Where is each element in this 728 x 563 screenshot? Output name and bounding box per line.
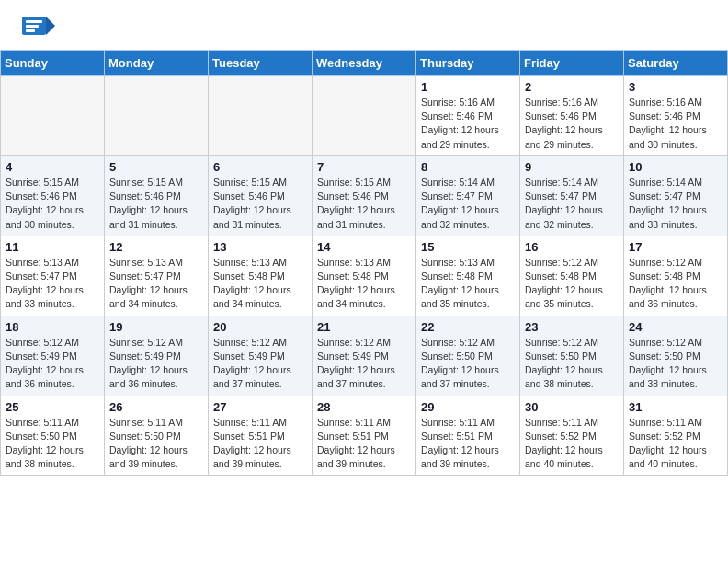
calendar-day-cell: 23Sunrise: 5:12 AM Sunset: 5:50 PM Dayli… <box>520 316 624 396</box>
calendar-day-cell: 10Sunrise: 5:14 AM Sunset: 5:47 PM Dayli… <box>624 155 728 236</box>
calendar-day-cell: 14Sunrise: 5:13 AM Sunset: 5:48 PM Dayli… <box>313 236 416 316</box>
calendar-day-cell <box>1 76 105 156</box>
day-number: 24 <box>629 320 722 334</box>
day-number: 20 <box>213 320 307 334</box>
day-info: Sunrise: 5:12 AM Sunset: 5:48 PM Dayligh… <box>525 256 619 312</box>
calendar-day-cell: 3Sunrise: 5:16 AM Sunset: 5:46 PM Daylig… <box>624 76 728 156</box>
day-info: Sunrise: 5:12 AM Sunset: 5:49 PM Dayligh… <box>213 336 307 392</box>
day-number: 17 <box>629 240 722 254</box>
calendar-week-row: 25Sunrise: 5:11 AM Sunset: 5:50 PM Dayli… <box>1 396 728 476</box>
calendar-day-cell: 12Sunrise: 5:13 AM Sunset: 5:47 PM Dayli… <box>105 236 209 316</box>
day-number: 30 <box>525 400 619 414</box>
day-number: 14 <box>317 240 411 254</box>
day-number: 9 <box>525 160 619 174</box>
day-number: 2 <box>525 80 619 94</box>
day-of-week-header: Sunday <box>1 51 105 76</box>
calendar-day-cell <box>209 76 313 156</box>
day-info: Sunrise: 5:12 AM Sunset: 5:50 PM Dayligh… <box>629 336 722 392</box>
day-of-week-header: Friday <box>520 51 624 76</box>
logo-icon <box>22 17 55 42</box>
calendar-day-cell: 15Sunrise: 5:13 AM Sunset: 5:48 PM Dayli… <box>416 236 520 316</box>
day-info: Sunrise: 5:13 AM Sunset: 5:48 PM Dayligh… <box>317 256 411 312</box>
calendar-day-cell: 7Sunrise: 5:15 AM Sunset: 5:46 PM Daylig… <box>313 155 416 236</box>
day-number: 6 <box>213 160 307 174</box>
day-info: Sunrise: 5:12 AM Sunset: 5:49 PM Dayligh… <box>6 336 99 392</box>
day-number: 4 <box>6 160 99 174</box>
day-number: 31 <box>629 400 722 414</box>
day-info: Sunrise: 5:11 AM Sunset: 5:52 PM Dayligh… <box>629 416 722 472</box>
calendar-day-cell: 25Sunrise: 5:11 AM Sunset: 5:50 PM Dayli… <box>1 396 105 476</box>
day-info: Sunrise: 5:12 AM Sunset: 5:49 PM Dayligh… <box>109 336 203 392</box>
calendar-day-cell: 31Sunrise: 5:11 AM Sunset: 5:52 PM Dayli… <box>624 396 728 476</box>
day-number: 28 <box>317 400 411 414</box>
day-info: Sunrise: 5:14 AM Sunset: 5:47 PM Dayligh… <box>629 176 722 232</box>
calendar-week-row: 1Sunrise: 5:16 AM Sunset: 5:46 PM Daylig… <box>1 76 728 156</box>
day-info: Sunrise: 5:13 AM Sunset: 5:48 PM Dayligh… <box>213 256 307 312</box>
day-info: Sunrise: 5:12 AM Sunset: 5:48 PM Dayligh… <box>629 256 722 312</box>
day-number: 8 <box>421 160 515 174</box>
day-number: 12 <box>109 240 203 254</box>
day-number: 10 <box>629 160 722 174</box>
day-number: 26 <box>109 400 203 414</box>
day-info: Sunrise: 5:11 AM Sunset: 5:50 PM Dayligh… <box>109 416 203 472</box>
logo <box>22 17 59 42</box>
day-info: Sunrise: 5:16 AM Sunset: 5:46 PM Dayligh… <box>629 96 722 152</box>
day-of-week-header: Saturday <box>624 51 728 76</box>
calendar-day-cell: 21Sunrise: 5:12 AM Sunset: 5:49 PM Dayli… <box>313 316 416 396</box>
calendar-day-cell: 19Sunrise: 5:12 AM Sunset: 5:49 PM Dayli… <box>105 316 209 396</box>
calendar-day-cell: 5Sunrise: 5:15 AM Sunset: 5:46 PM Daylig… <box>105 155 209 236</box>
day-info: Sunrise: 5:13 AM Sunset: 5:48 PM Dayligh… <box>421 256 515 312</box>
calendar-day-cell: 22Sunrise: 5:12 AM Sunset: 5:50 PM Dayli… <box>416 316 520 396</box>
day-number: 19 <box>109 320 203 334</box>
day-number: 15 <box>421 240 515 254</box>
day-number: 21 <box>317 320 411 334</box>
calendar-day-cell: 29Sunrise: 5:11 AM Sunset: 5:51 PM Dayli… <box>416 396 520 476</box>
calendar-day-cell: 16Sunrise: 5:12 AM Sunset: 5:48 PM Dayli… <box>520 236 624 316</box>
day-of-week-header: Tuesday <box>209 51 313 76</box>
day-number: 3 <box>629 80 722 94</box>
page-header <box>0 0 728 50</box>
day-number: 25 <box>6 400 99 414</box>
day-info: Sunrise: 5:12 AM Sunset: 5:49 PM Dayligh… <box>317 336 411 392</box>
svg-rect-3 <box>26 25 39 28</box>
calendar-week-row: 18Sunrise: 5:12 AM Sunset: 5:49 PM Dayli… <box>1 316 728 396</box>
day-number: 23 <box>525 320 619 334</box>
calendar-day-cell: 4Sunrise: 5:15 AM Sunset: 5:46 PM Daylig… <box>1 155 105 236</box>
svg-rect-4 <box>26 29 35 32</box>
day-info: Sunrise: 5:14 AM Sunset: 5:47 PM Dayligh… <box>421 176 515 232</box>
day-of-week-header: Wednesday <box>313 51 416 76</box>
day-number: 11 <box>6 240 99 254</box>
calendar-day-cell: 9Sunrise: 5:14 AM Sunset: 5:47 PM Daylig… <box>520 155 624 236</box>
day-number: 1 <box>421 80 515 94</box>
calendar-day-cell: 26Sunrise: 5:11 AM Sunset: 5:50 PM Dayli… <box>105 396 209 476</box>
svg-rect-2 <box>26 20 42 23</box>
day-number: 7 <box>317 160 411 174</box>
day-info: Sunrise: 5:16 AM Sunset: 5:46 PM Dayligh… <box>421 96 515 152</box>
calendar-day-cell <box>313 76 416 156</box>
calendar-day-cell: 13Sunrise: 5:13 AM Sunset: 5:48 PM Dayli… <box>209 236 313 316</box>
calendar-table: SundayMondayTuesdayWednesdayThursdayFrid… <box>0 50 728 476</box>
day-info: Sunrise: 5:15 AM Sunset: 5:46 PM Dayligh… <box>317 176 411 232</box>
calendar-week-row: 11Sunrise: 5:13 AM Sunset: 5:47 PM Dayli… <box>1 236 728 316</box>
day-info: Sunrise: 5:15 AM Sunset: 5:46 PM Dayligh… <box>109 176 203 232</box>
calendar-day-cell: 6Sunrise: 5:15 AM Sunset: 5:46 PM Daylig… <box>209 155 313 236</box>
calendar-day-cell: 2Sunrise: 5:16 AM Sunset: 5:46 PM Daylig… <box>520 76 624 156</box>
calendar-day-cell: 20Sunrise: 5:12 AM Sunset: 5:49 PM Dayli… <box>209 316 313 396</box>
day-info: Sunrise: 5:15 AM Sunset: 5:46 PM Dayligh… <box>6 176 99 232</box>
day-number: 27 <box>213 400 307 414</box>
day-info: Sunrise: 5:13 AM Sunset: 5:47 PM Dayligh… <box>109 256 203 312</box>
day-of-week-header: Thursday <box>416 51 520 76</box>
calendar-day-cell: 30Sunrise: 5:11 AM Sunset: 5:52 PM Dayli… <box>520 396 624 476</box>
day-number: 18 <box>6 320 99 334</box>
day-info: Sunrise: 5:11 AM Sunset: 5:51 PM Dayligh… <box>317 416 411 472</box>
calendar-day-cell: 18Sunrise: 5:12 AM Sunset: 5:49 PM Dayli… <box>1 316 105 396</box>
day-info: Sunrise: 5:14 AM Sunset: 5:47 PM Dayligh… <box>525 176 619 232</box>
svg-marker-1 <box>46 17 55 35</box>
day-info: Sunrise: 5:11 AM Sunset: 5:50 PM Dayligh… <box>6 416 99 472</box>
day-number: 29 <box>421 400 515 414</box>
calendar-header-row: SundayMondayTuesdayWednesdayThursdayFrid… <box>1 51 728 76</box>
calendar-day-cell <box>105 76 209 156</box>
day-number: 5 <box>109 160 203 174</box>
day-number: 13 <box>213 240 307 254</box>
day-info: Sunrise: 5:15 AM Sunset: 5:46 PM Dayligh… <box>213 176 307 232</box>
